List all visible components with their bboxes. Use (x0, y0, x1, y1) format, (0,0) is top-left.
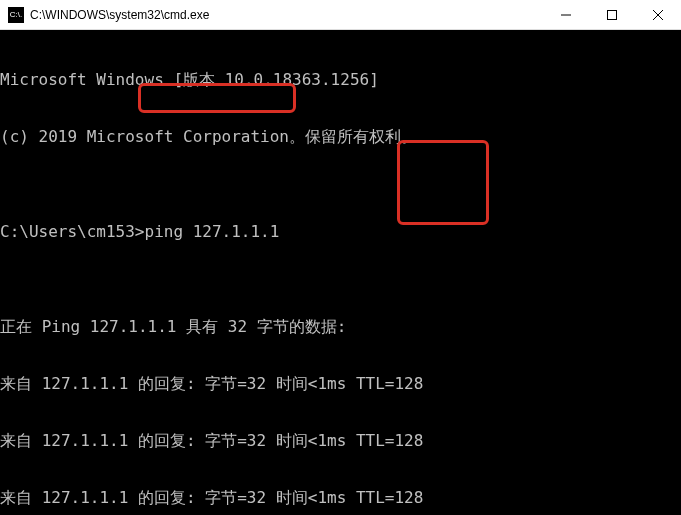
terminal-line: 来自 127.1.1.1 的回复: 字节=32 时间<1ms TTL=128 (0, 488, 681, 507)
cmd-icon: C:\. (8, 7, 24, 23)
close-button[interactable] (635, 0, 681, 29)
terminal-output[interactable]: Microsoft Windows [版本 10.0.18363.1256] (… (0, 30, 681, 515)
minimize-button[interactable] (543, 0, 589, 29)
maximize-button[interactable] (589, 0, 635, 29)
svg-rect-1 (608, 10, 617, 19)
highlight-ttl (397, 140, 489, 225)
terminal-line: C:\Users\cm153>ping 127.1.1.1 (0, 222, 681, 241)
terminal-line: (c) 2019 Microsoft Corporation。保留所有权利。 (0, 127, 681, 146)
window-controls (543, 0, 681, 29)
terminal-line: Microsoft Windows [版本 10.0.18363.1256] (0, 70, 681, 89)
terminal-line: 正在 Ping 127.1.1.1 具有 32 字节的数据: (0, 317, 681, 336)
terminal-line: 来自 127.1.1.1 的回复: 字节=32 时间<1ms TTL=128 (0, 431, 681, 450)
window-title: C:\WINDOWS\system32\cmd.exe (30, 8, 543, 22)
terminal-line: 来自 127.1.1.1 的回复: 字节=32 时间<1ms TTL=128 (0, 374, 681, 393)
window-titlebar: C:\. C:\WINDOWS\system32\cmd.exe (0, 0, 681, 30)
